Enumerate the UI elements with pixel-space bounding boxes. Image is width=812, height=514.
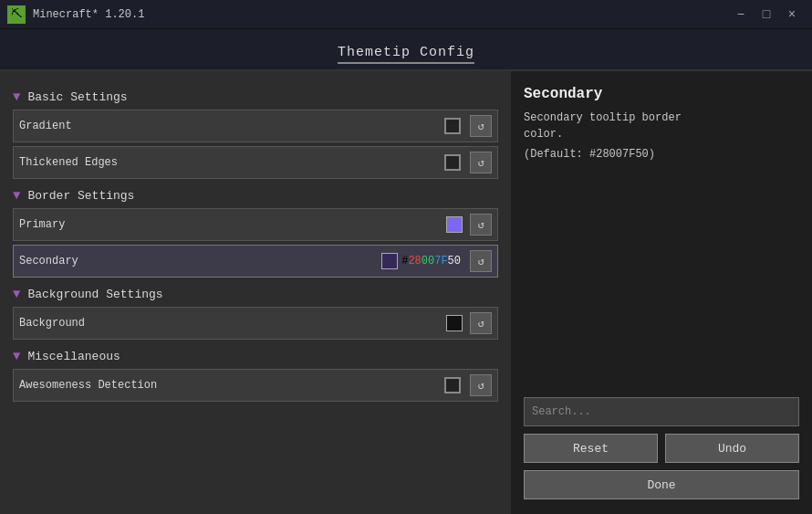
section-label: Basic Settings bbox=[27, 90, 127, 104]
settings-panel: ▼Basic SettingsGradient↺Thickened Edges↺… bbox=[0, 71, 511, 514]
done-button[interactable]: Done bbox=[524, 470, 799, 499]
reset-btn-gradient[interactable]: ↺ bbox=[470, 115, 492, 137]
setting-row-thickened_edges[interactable]: Thickened Edges↺ bbox=[13, 146, 498, 179]
info-panel: Secondary Secondary tooltip bordercolor.… bbox=[511, 71, 812, 514]
section-arrow: ▼ bbox=[13, 188, 20, 203]
main-layout: ▼Basic SettingsGradient↺Thickened Edges↺… bbox=[0, 71, 812, 514]
search-input[interactable] bbox=[524, 397, 799, 426]
setting-label-primary: Primary bbox=[19, 218, 446, 231]
setting-label-background: Background bbox=[19, 317, 446, 330]
checkbox-awesomeness[interactable] bbox=[444, 377, 461, 393]
titlebar-title: Minecraft* 1.20.1 bbox=[33, 8, 728, 21]
app-header: Themetip Config bbox=[0, 29, 812, 71]
info-title: Secondary bbox=[524, 86, 799, 102]
reset-undo-buttons: Reset Undo bbox=[524, 434, 799, 463]
section-header-misc: ▼Miscellaneous bbox=[13, 349, 498, 363]
setting-row-primary[interactable]: Primary↺ bbox=[13, 208, 498, 241]
minimize-button[interactable]: − bbox=[728, 2, 754, 27]
section-arrow: ▼ bbox=[13, 89, 20, 104]
reset-btn-secondary[interactable]: ↺ bbox=[470, 250, 492, 272]
info-description: Secondary tooltip bordercolor. bbox=[524, 110, 799, 142]
reset-btn-primary[interactable]: ↺ bbox=[470, 214, 492, 236]
app-icon: ⛏ bbox=[7, 5, 26, 24]
setting-label-secondary: Secondary bbox=[19, 255, 381, 267]
section-arrow: ▼ bbox=[13, 349, 20, 363]
reset-btn-thickened_edges[interactable]: ↺ bbox=[470, 152, 492, 173]
undo-button[interactable]: Undo bbox=[665, 434, 799, 463]
setting-label-thickened_edges: Thickened Edges bbox=[19, 156, 444, 169]
checkbox-thickened_edges[interactable] bbox=[444, 154, 461, 171]
titlebar: ⛏ Minecraft* 1.20.1 − □ × bbox=[0, 0, 812, 29]
section-label: Background Settings bbox=[27, 288, 162, 301]
setting-row-secondary[interactable]: Secondary#28007F50↺ bbox=[13, 245, 498, 278]
maximize-button[interactable]: □ bbox=[754, 2, 779, 27]
section-header-basic: ▼Basic Settings bbox=[13, 89, 498, 104]
setting-row-gradient[interactable]: Gradient↺ bbox=[13, 110, 498, 142]
color-value-secondary: #28007F50 bbox=[401, 255, 461, 267]
color-swatch-background[interactable] bbox=[446, 315, 463, 331]
section-label: Border Settings bbox=[27, 189, 134, 203]
section-header-border: ▼Border Settings bbox=[13, 188, 498, 203]
reset-btn-awesomeness[interactable]: ↺ bbox=[470, 374, 492, 396]
section-label: Miscellaneous bbox=[27, 350, 120, 363]
color-swatch-secondary[interactable] bbox=[381, 253, 398, 269]
setting-label-gradient: Gradient bbox=[19, 120, 444, 132]
section-header-background_settings: ▼Background Settings bbox=[13, 287, 498, 301]
setting-row-awesomeness[interactable]: Awesomeness Detection↺ bbox=[13, 369, 498, 402]
app-title: Themetip Config bbox=[338, 45, 474, 64]
reset-button[interactable]: Reset bbox=[524, 434, 658, 463]
setting-row-background[interactable]: Background↺ bbox=[13, 307, 498, 340]
info-default: (Default: #28007F50) bbox=[524, 148, 799, 161]
reset-btn-background[interactable]: ↺ bbox=[470, 312, 492, 334]
section-arrow: ▼ bbox=[13, 287, 20, 301]
color-swatch-primary[interactable] bbox=[446, 216, 463, 233]
checkbox-gradient[interactable] bbox=[444, 118, 461, 134]
close-button[interactable]: × bbox=[779, 2, 805, 27]
setting-label-awesomeness: Awesomeness Detection bbox=[19, 379, 444, 392]
